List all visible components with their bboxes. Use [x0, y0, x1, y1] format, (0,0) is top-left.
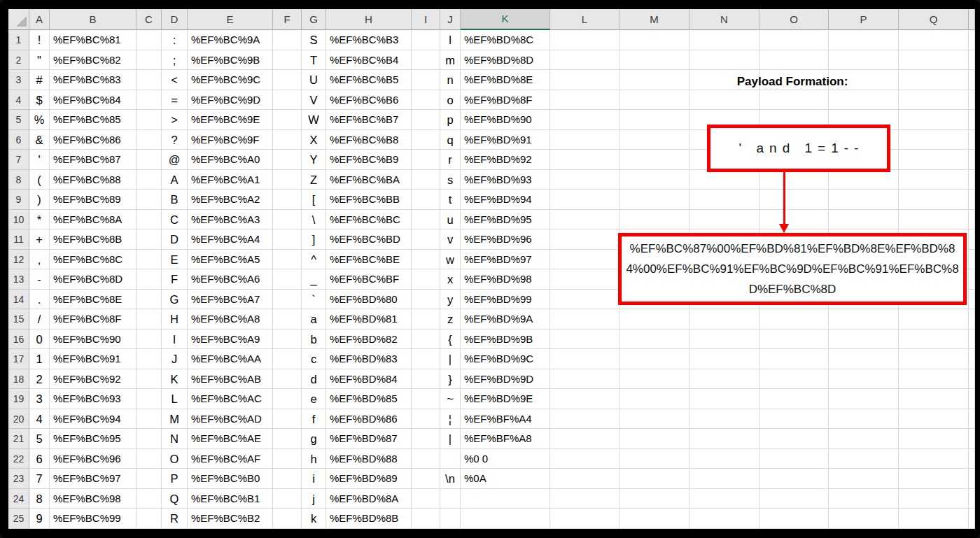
cell-partial-24[interactable]	[969, 489, 975, 509]
cell-A23[interactable]: 7	[29, 469, 50, 489]
cell-E15[interactable]: %EF%BC%A8	[188, 309, 273, 330]
cell-M8[interactable]	[620, 170, 690, 190]
cell-C7[interactable]	[136, 150, 162, 170]
column-header-O[interactable]: O	[760, 9, 829, 30]
cell-L23[interactable]	[550, 469, 620, 489]
cell-J1[interactable]: l	[440, 30, 461, 50]
cell-I21[interactable]	[412, 429, 440, 449]
cell-E8[interactable]: %EF%BC%A1	[188, 170, 273, 190]
cell-J9[interactable]: t	[440, 190, 461, 210]
cell-H6[interactable]: %EF%BC%B8	[326, 130, 412, 150]
cell-O20[interactable]	[760, 409, 829, 430]
cell-A1[interactable]: !	[29, 30, 50, 50]
cell-G2[interactable]: T	[302, 50, 326, 71]
cell-E16[interactable]: %EF%BC%A9	[188, 330, 273, 350]
row-header-20[interactable]: 20	[8, 409, 29, 430]
cell-C8[interactable]	[136, 170, 162, 190]
cell-H2[interactable]: %EF%BC%B4	[326, 50, 412, 71]
cell-A4[interactable]: $	[29, 90, 50, 111]
cell-K7[interactable]: %EF%BD%92	[461, 150, 550, 170]
cell-Q7[interactable]	[899, 150, 969, 170]
cell-A11[interactable]: +	[29, 229, 50, 250]
cell-M21[interactable]	[620, 429, 690, 449]
cell-F9[interactable]	[273, 190, 302, 210]
cell-H20[interactable]: %EF%BD%86	[326, 409, 412, 430]
cell-J5[interactable]: p	[440, 110, 461, 130]
cell-I15[interactable]	[412, 309, 440, 330]
row-header-14[interactable]: 14	[8, 290, 29, 310]
cell-P9[interactable]	[829, 190, 899, 210]
cell-B8[interactable]: %EF%BC%88	[50, 170, 136, 190]
cell-C22[interactable]	[136, 449, 162, 469]
cell-partial-3[interactable]	[969, 70, 975, 90]
cell-N16[interactable]	[690, 330, 760, 350]
cell-F10[interactable]	[273, 210, 302, 230]
cell-C10[interactable]	[136, 210, 162, 230]
cell-Q22[interactable]	[899, 449, 969, 469]
cell-partial-15[interactable]	[969, 309, 975, 330]
cell-N20[interactable]	[690, 409, 760, 430]
cell-H19[interactable]: %EF%BD%85	[326, 389, 412, 409]
cell-O1[interactable]	[760, 30, 829, 50]
cell-B11[interactable]: %EF%BC%8B	[50, 229, 136, 250]
cell-H24[interactable]: %EF%BD%8A	[326, 489, 412, 509]
cell-B24[interactable]: %EF%BC%98	[50, 489, 136, 509]
cell-P21[interactable]	[829, 429, 899, 449]
cell-F3[interactable]	[273, 70, 302, 90]
cell-B12[interactable]: %EF%BC%8C	[50, 250, 136, 270]
cell-M7[interactable]	[620, 150, 690, 170]
column-header-Q[interactable]: Q	[899, 9, 969, 30]
cell-partial-6[interactable]	[969, 130, 975, 150]
cell-B18[interactable]: %EF%BC%92	[50, 369, 136, 390]
cell-I9[interactable]	[412, 190, 440, 210]
cell-I2[interactable]	[412, 50, 440, 71]
cell-L9[interactable]	[550, 190, 620, 210]
cell-F17[interactable]	[273, 349, 302, 369]
cell-K4[interactable]: %EF%BD%8F	[461, 90, 550, 111]
cell-I1[interactable]	[412, 30, 440, 50]
cell-M16[interactable]	[620, 330, 690, 350]
cell-J20[interactable]: ¦	[440, 409, 461, 430]
cell-G8[interactable]: Z	[302, 170, 326, 190]
cell-L21[interactable]	[550, 429, 620, 449]
cell-P15[interactable]	[829, 309, 899, 330]
cell-L20[interactable]	[550, 409, 620, 430]
cell-N25[interactable]	[690, 509, 760, 529]
cell-O24[interactable]	[760, 489, 829, 509]
row-header-17[interactable]: 17	[8, 349, 29, 369]
cell-A21[interactable]: 5	[29, 429, 50, 449]
cell-J12[interactable]: w	[440, 250, 461, 270]
column-header-J[interactable]: J	[440, 9, 461, 30]
cell-F24[interactable]	[273, 489, 302, 509]
cell-L13[interactable]	[550, 269, 620, 290]
cell-partial-16[interactable]	[969, 330, 975, 350]
cell-D4[interactable]: =	[162, 90, 188, 111]
cell-A22[interactable]: 6	[29, 449, 50, 469]
cell-F18[interactable]	[273, 369, 302, 390]
cell-G19[interactable]: e	[302, 389, 326, 409]
cell-L2[interactable]	[550, 50, 620, 71]
cell-partial-2[interactable]	[969, 50, 975, 71]
cell-Q15[interactable]	[899, 309, 969, 330]
cell-I23[interactable]	[412, 469, 440, 489]
cell-partial-9[interactable]	[969, 190, 975, 210]
cell-A14[interactable]: .	[29, 290, 50, 310]
cell-Q18[interactable]	[899, 369, 969, 390]
cell-H14[interactable]: %EF%BD%80	[326, 290, 412, 310]
cell-M10[interactable]	[620, 210, 690, 230]
cell-D21[interactable]: N	[162, 429, 188, 449]
cell-K15[interactable]: %EF%BD%9A	[461, 309, 550, 330]
cell-K25[interactable]	[461, 509, 550, 529]
cell-O17[interactable]	[760, 349, 829, 369]
cell-B14[interactable]: %EF%BC%8E	[50, 290, 136, 310]
cell-B9[interactable]: %EF%BC%89	[50, 190, 136, 210]
cell-H1[interactable]: %EF%BC%B3	[326, 30, 412, 50]
cell-Q9[interactable]	[899, 190, 969, 210]
cell-J16[interactable]: {	[440, 330, 461, 350]
cell-I18[interactable]	[412, 369, 440, 390]
cell-H10[interactable]: %EF%BC%BC	[326, 210, 412, 230]
cell-H7[interactable]: %EF%BC%B9	[326, 150, 412, 170]
cell-N21[interactable]	[690, 429, 760, 449]
cell-C21[interactable]	[136, 429, 162, 449]
cell-partial-21[interactable]	[969, 429, 975, 449]
